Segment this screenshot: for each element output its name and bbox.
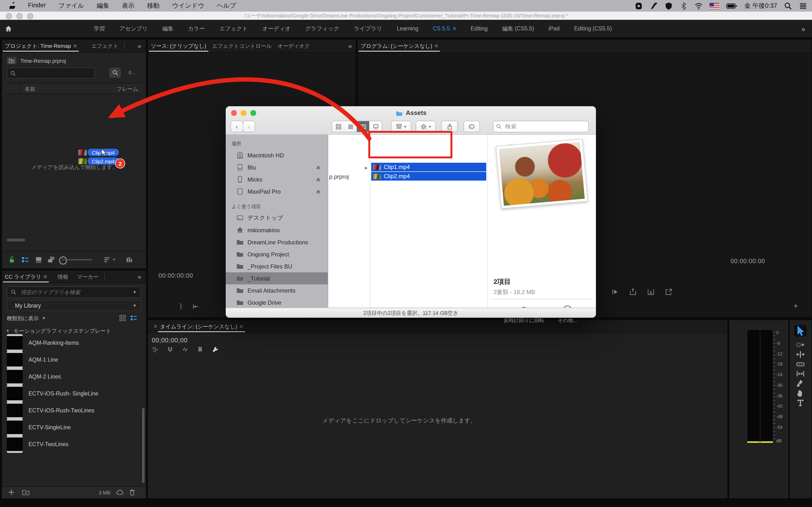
- menu-item[interactable]: ヘルプ: [217, 1, 236, 10]
- sort-chevron-icon[interactable]: ▾: [113, 258, 115, 262]
- view-by-control[interactable]: 種類別に表示▼: [7, 314, 140, 323]
- icon-view-button[interactable]: [35, 256, 43, 264]
- sidebar-item[interactable]: Google Drive: [226, 296, 328, 308]
- tab-source[interactable]: ソース: (クリップなし): [148, 40, 209, 52]
- share-button[interactable]: [441, 121, 458, 132]
- library-item[interactable]: ECTV-TwoLines: [2, 436, 142, 452]
- tab-project[interactable]: プロジェクト: Time-Remap≡: [2, 40, 80, 52]
- program-timecode[interactable]: 00:00:00:00: [730, 258, 765, 265]
- library-item[interactable]: ECTV-SingleLine: [2, 418, 142, 436]
- workspace-tab-menu-icon[interactable]: ≡: [453, 25, 456, 32]
- tags-button[interactable]: [463, 121, 480, 132]
- workspace-tab[interactable]: Editing≡: [471, 25, 488, 32]
- workspace-tab[interactable]: iPad≡: [549, 25, 560, 32]
- forward-button[interactable]: ›: [243, 121, 255, 132]
- timeline-timecode[interactable]: 00;00;00;00: [152, 337, 188, 344]
- grid-view-icon[interactable]: [119, 314, 126, 322]
- column-name[interactable]: 名前: [24, 86, 35, 93]
- library-search-field[interactable]: ▼: [7, 286, 141, 298]
- panel-menu-icon[interactable]: ≡: [240, 323, 243, 330]
- close-panel-icon[interactable]: ×: [154, 323, 157, 330]
- apple-menu-icon[interactable]: [9, 2, 16, 10]
- source-timecode[interactable]: 00:00:00:00: [158, 272, 193, 279]
- library-selector[interactable]: My Library ▼: [7, 300, 141, 311]
- workspace-tab[interactable]: 学習≡: [94, 25, 105, 32]
- wifi-icon[interactable]: [695, 2, 703, 10]
- file-row-clip1[interactable]: Clip1.mp4: [371, 163, 486, 171]
- project-search-input[interactable]: [19, 70, 89, 76]
- menu-item[interactable]: Finder: [28, 1, 46, 10]
- tab-cc-libraries[interactable]: CC ライブラリ≡: [2, 270, 50, 283]
- battery-icon[interactable]: [726, 2, 738, 10]
- extract-icon[interactable]: [647, 288, 654, 295]
- workspace-tab[interactable]: CS 5.5≡: [433, 25, 456, 32]
- group-by-button[interactable]: ▾: [391, 121, 411, 132]
- sidebar-item[interactable]: _Tutorial: [226, 272, 328, 284]
- project-hscrollbar[interactable]: [7, 238, 25, 241]
- tab-markers[interactable]: マーカー: [74, 270, 101, 283]
- project-search-field[interactable]: [7, 68, 95, 79]
- project-list-header[interactable]: 名前 フレーム: [6, 83, 142, 94]
- backup-shield-icon[interactable]: [665, 2, 673, 10]
- export-frame-icon[interactable]: [665, 288, 672, 295]
- project-breadcrumb[interactable]: Time-Remap.prproj: [7, 57, 66, 64]
- list-view-button[interactable]: [21, 256, 29, 264]
- list-view-icon[interactable]: [130, 314, 137, 322]
- sidebar-item[interactable]: Ongoing Project: [226, 248, 328, 260]
- delete-icon[interactable]: [129, 489, 136, 496]
- finder-search-input[interactable]: [504, 123, 578, 130]
- slip-tool[interactable]: [794, 370, 807, 378]
- home-workspace-button[interactable]: [0, 20, 16, 37]
- sidebar-item[interactable]: Blu: [226, 161, 328, 173]
- sidebar-item[interactable]: mikiomakino: [226, 224, 328, 236]
- out-point-icon[interactable]: }: [180, 302, 182, 309]
- insert-overwrite-icon[interactable]: [152, 346, 158, 353]
- hand-tool[interactable]: [794, 389, 807, 397]
- eject-icon[interactable]: [316, 165, 321, 170]
- add-item-icon[interactable]: [8, 489, 15, 496]
- panel-overflow-chevron[interactable]: »: [138, 42, 141, 50]
- panel-menu-icon[interactable]: ≡: [44, 273, 47, 280]
- lift-icon[interactable]: [629, 288, 637, 295]
- sidebar-item[interactable]: Email Attachments: [226, 284, 328, 296]
- collapse-triangle-icon[interactable]: ▼: [6, 329, 10, 333]
- tab-program[interactable]: プログラム: (シーケンスなし)≡: [358, 40, 441, 52]
- selection-tool[interactable]: [794, 325, 807, 337]
- ink-marker-icon[interactable]: [650, 2, 658, 10]
- app-status-icon[interactable]: [635, 2, 643, 10]
- folder-up-icon[interactable]: [7, 57, 16, 64]
- type-tool[interactable]: [794, 398, 807, 407]
- library-item[interactable]: AQM-2 Lines: [2, 368, 142, 385]
- ripple-edit-tool[interactable]: [794, 350, 807, 359]
- action-gear-button[interactable]: ▾: [416, 121, 436, 132]
- menu-item[interactable]: 表示: [122, 1, 134, 10]
- workspace-tab[interactable]: アセンブリ≡: [119, 25, 148, 32]
- sidebar-item[interactable]: Macintosh HD: [226, 149, 328, 161]
- timeline-settings-wrench-icon[interactable]: [212, 346, 218, 353]
- sidebar-item[interactable]: デスクトップ: [226, 212, 328, 224]
- gallery-view-button[interactable]: [369, 121, 382, 132]
- list-menu-icon[interactable]: [799, 2, 807, 10]
- library-search-input[interactable]: [20, 289, 126, 295]
- go-to-in-icon[interactable]: [192, 303, 199, 310]
- new-folder-icon[interactable]: [22, 489, 30, 496]
- list-view-button[interactable]: [344, 121, 357, 132]
- workspace-tab[interactable]: 編集 (CS5.5)≡: [502, 25, 534, 32]
- column-frame[interactable]: フレーム: [116, 86, 138, 93]
- tab-info[interactable]: 情報: [55, 270, 71, 283]
- finder-search-field[interactable]: [493, 121, 589, 132]
- library-item[interactable]: AQM-Ranking-Items: [2, 334, 142, 351]
- play-in-out-icon[interactable]: [611, 288, 619, 295]
- menu-item[interactable]: ウインドウ: [172, 1, 204, 10]
- sidebar-item[interactable]: DreamLine Productions: [226, 236, 328, 248]
- column-view-button[interactable]: [357, 121, 370, 132]
- input-source-flag-icon[interactable]: [710, 3, 719, 9]
- menu-item[interactable]: 編集: [97, 1, 109, 10]
- tab-audio-clip-mixer[interactable]: オーディオク: [274, 40, 313, 52]
- workspace-tab[interactable]: ライブラリ≡: [354, 25, 382, 32]
- folder-search-button[interactable]: [109, 68, 121, 78]
- workspace-tab[interactable]: オーディオ≡: [262, 25, 291, 32]
- automate-to-sequence-icon[interactable]: [126, 256, 134, 264]
- sidebar-item[interactable]: _Project Files BU: [226, 260, 328, 272]
- workspace-overflow-chevron[interactable]: »: [801, 25, 805, 33]
